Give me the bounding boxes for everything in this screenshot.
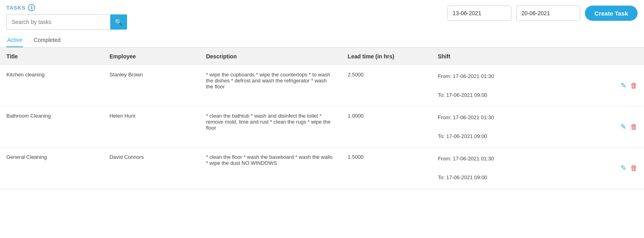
title-row: TASKS ℹ [6,4,127,11]
search-icon: 🔍 [115,18,123,26]
cell-actions-1: ✎ 🗑 [573,106,644,148]
cell-shift-1: From: 17-06-2021 01:30To: 17-06-2021 09:… [431,106,573,148]
search-button[interactable]: 🔍 [110,14,127,30]
cell-shift-2: From: 17-06-2021 01:30To: 17-06-2021 09:… [431,148,573,189]
tasks-table-wrapper: Title Employee Description Lead time (in… [0,48,644,189]
page-title: TASKS [6,5,26,11]
tab-active[interactable]: Active [6,34,23,47]
cell-employee-1: Helen Hunt [103,106,200,148]
tasks-table: Title Employee Description Lead time (in… [0,48,644,189]
cell-actions-0: ✎ 🗑 [573,65,644,106]
page-header: TASKS ℹ 🔍 Create Task [0,0,644,32]
date-from-input[interactable] [447,6,511,21]
create-task-button[interactable]: Create Task [585,6,638,21]
tab-bar: Active Completed [0,34,644,48]
col-header-lead-time: Lead time (in hrs) [341,48,431,65]
col-header-actions [573,48,644,65]
col-header-shift: Shift [431,48,573,65]
table-header-row: Title Employee Description Lead time (in… [0,48,644,65]
cell-employee-2: David Connors [103,148,200,189]
cell-description-2: * clean the floor * wash the baseboard *… [200,148,342,189]
header-left: TASKS ℹ 🔍 [6,4,127,30]
col-header-description: Description [200,48,342,65]
col-header-employee: Employee [103,48,200,65]
search-input[interactable] [6,14,110,30]
cell-lead-time-0: 2.5000 [341,65,431,106]
cell-description-0: * wipe the cupboards * wipe the countert… [200,65,342,106]
delete-icon-2[interactable]: 🗑 [630,164,638,172]
date-to-input[interactable] [516,6,580,21]
header-right: Create Task [447,4,638,21]
cell-title-0: Kitchen cleaning [0,65,103,106]
edit-icon-0[interactable]: ✎ [620,82,626,90]
edit-icon-1[interactable]: ✎ [620,123,626,131]
search-row: 🔍 [6,14,127,30]
table-row: Kitchen cleaning Stanley Brown * wipe th… [0,65,644,106]
cell-lead-time-1: 1.0000 [341,106,431,148]
cell-employee-0: Stanley Brown [103,65,200,106]
col-header-title: Title [0,48,103,65]
delete-icon-1[interactable]: 🗑 [630,123,638,131]
cell-title-1: Bathroom Cleaning [0,106,103,148]
cell-description-1: * clean the bathtub * wash and disinfect… [200,106,342,148]
cell-actions-2: ✎ 🗑 [573,148,644,189]
table-row: General Cleaning David Connors * clean t… [0,148,644,189]
cell-lead-time-2: 1.5000 [341,148,431,189]
table-row: Bathroom Cleaning Helen Hunt * clean the… [0,106,644,148]
edit-icon-2[interactable]: ✎ [620,164,626,172]
cell-shift-0: From: 17-06-2021 01:30To: 17-06-2021 09:… [431,65,573,106]
delete-icon-0[interactable]: 🗑 [630,82,638,90]
cell-title-2: General Cleaning [0,148,103,189]
tab-completed[interactable]: Completed [33,34,62,47]
info-icon[interactable]: ℹ [28,4,35,11]
